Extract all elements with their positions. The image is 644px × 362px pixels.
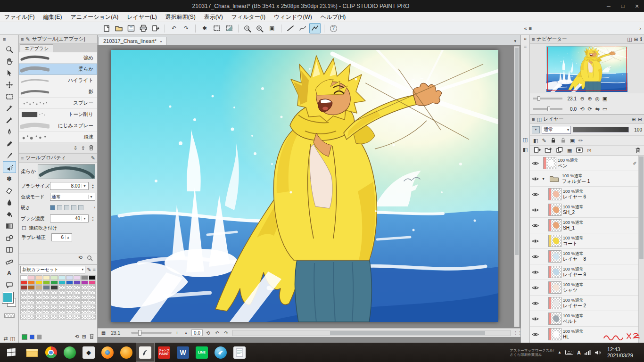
color-swatch-52[interactable]	[35, 300, 42, 305]
dock-panel-icon-1[interactable]: ◫	[523, 137, 528, 142]
start-button[interactable]	[0, 343, 23, 362]
color-swatch-30[interactable]	[20, 290, 27, 295]
canvas-area[interactable]	[98, 45, 520, 328]
toolbar-export-button[interactable]	[150, 23, 161, 33]
dock-menu-icon[interactable]: ≡	[524, 44, 527, 49]
tool-brush-icon[interactable]	[3, 149, 16, 161]
brush-density-input[interactable]: 40 ▾	[50, 214, 89, 222]
tool-operate-icon[interactable]	[3, 67, 16, 79]
color-swatch-14[interactable]	[50, 280, 58, 285]
brush-size-dropdown-icon[interactable]: ▾	[82, 184, 87, 188]
tool-ruler-icon[interactable]	[3, 255, 16, 267]
taskbar-app-word[interactable]: W	[173, 343, 192, 362]
color-swatch-48[interactable]	[81, 295, 88, 300]
apply-mask-icon[interactable]: ⊡	[587, 148, 591, 154]
color-swatch-27[interactable]	[74, 285, 81, 290]
stabilization-spinner-icon[interactable]: ▴	[65, 235, 71, 239]
folder-expander-icon[interactable]: ▾	[541, 177, 546, 181]
subtool-row-1[interactable]: 柔らか	[19, 64, 97, 75]
layer-row-ペン[interactable]: 100 %通常ペン✐	[530, 156, 638, 171]
navigator-rotation-slider[interactable]	[533, 108, 562, 110]
color-swatch-71[interactable]	[28, 310, 35, 315]
color-swatch-45[interactable]	[58, 295, 66, 300]
toolbar-overflow-icon[interactable]: ›	[639, 25, 641, 31]
recent-color-1[interactable]	[22, 334, 27, 340]
menu-item-0[interactable]: ファイル(F)	[0, 12, 39, 22]
dock-panel-icon-2[interactable]: ◧	[523, 147, 528, 152]
menu-item-7[interactable]: ウィンドウ(W)	[270, 12, 316, 22]
color-swatch-37[interactable]	[74, 290, 81, 295]
toolbar-busy-button[interactable]: ✱	[199, 23, 210, 33]
redo-button[interactable]: ↷	[223, 330, 230, 336]
tool-fill-icon[interactable]	[3, 208, 16, 220]
toolbar-save-button[interactable]	[125, 23, 137, 33]
panel-dock-menu-icon[interactable]: ≡	[529, 26, 532, 31]
color-swatch-13[interactable]	[43, 280, 50, 285]
toolbar-zoom-out-button[interactable]	[242, 23, 253, 33]
subtool-row-0[interactable]: 強め	[19, 52, 97, 64]
visibility-eye-icon[interactable]	[531, 207, 539, 213]
taskbar-app-file-explorer[interactable]	[23, 343, 41, 362]
taskbar-app-clip-studio-paint[interactable]	[136, 343, 155, 362]
color-swatch-80[interactable]	[20, 315, 27, 320]
swap-colors-icon[interactable]: ⇄	[3, 336, 8, 341]
visibility-eye-icon[interactable]	[531, 270, 539, 275]
visibility-eye-icon[interactable]	[531, 316, 539, 321]
horizontal-scrollbar[interactable]	[232, 330, 511, 336]
layer-row-レイヤー 2[interactable]: 100 %通常レイヤー 2	[530, 296, 638, 311]
color-swatch-73[interactable]	[43, 310, 50, 315]
draft-layer-icon[interactable]: ✏	[578, 138, 583, 144]
color-swatch-69[interactable]	[89, 305, 96, 310]
color-swatch-19[interactable]	[89, 280, 96, 285]
color-swatch-17[interactable]	[74, 280, 81, 285]
visibility-eye-icon[interactable]	[531, 176, 539, 181]
layer-list-scrollbar[interactable]	[638, 156, 644, 343]
layer-thumbnail[interactable]	[548, 266, 561, 278]
color-swatch-38[interactable]	[81, 290, 88, 295]
tool-gradient-icon[interactable]	[3, 220, 16, 232]
close-button[interactable]: ✕	[630, 0, 644, 12]
tool-hand-icon[interactable]	[3, 55, 16, 67]
layer-opacity-slider[interactable]	[573, 127, 629, 132]
tool-eraser-icon[interactable]	[3, 185, 16, 197]
canvas-illustration[interactable]	[111, 50, 498, 322]
toolbar-deselect-button[interactable]	[211, 23, 223, 33]
layer-thumbnail[interactable]	[548, 328, 561, 340]
tool-property-edit-icon[interactable]: ✎	[91, 156, 95, 161]
color-swatch-47[interactable]	[74, 295, 81, 300]
navigator-preview[interactable]	[530, 44, 644, 93]
color-swatch-0[interactable]	[20, 275, 27, 280]
color-swatch-65[interactable]	[58, 305, 66, 310]
vertical-scrollbar-thumb[interactable]	[515, 48, 519, 255]
canvas-zoom-in-button[interactable]: +	[173, 330, 181, 336]
canvas-zoom-out-button[interactable]: −	[122, 330, 129, 336]
toolbar-polyline-button[interactable]	[309, 23, 321, 33]
color-swatch-49[interactable]	[89, 295, 96, 300]
color-swatch-79[interactable]	[89, 310, 96, 315]
touch-keyboard-icon[interactable]	[565, 350, 573, 355]
new-raster-layer-icon[interactable]	[533, 147, 541, 154]
navigator-zoom-in-circle-button[interactable]: ⊕	[586, 96, 594, 102]
import-subtool-icon[interactable]: ⇩	[74, 146, 78, 151]
color-swatch-82[interactable]	[35, 315, 42, 320]
taskbar-app-firefox[interactable]	[98, 343, 117, 362]
color-swatch-56[interactable]	[66, 300, 73, 305]
color-swatch-53[interactable]	[43, 300, 50, 305]
tool-decoration-icon[interactable]: ✽	[3, 173, 16, 185]
color-swatch-46[interactable]	[66, 295, 73, 300]
layer-thumbnail[interactable]	[543, 157, 556, 169]
color-swatch-28[interactable]	[81, 285, 88, 290]
color-swatch-67[interactable]	[74, 305, 81, 310]
toolbar-fit-screen-button[interactable]: ▣	[266, 23, 278, 33]
color-swatch-11[interactable]	[28, 280, 35, 285]
navigator-menu-icon[interactable]: ≡	[532, 37, 535, 42]
tool-palette-menu-icon[interactable]: ≡	[3, 37, 6, 42]
menu-item-3[interactable]: レイヤー(L)	[123, 12, 161, 22]
layer-thumbnail[interactable]	[548, 204, 561, 216]
color-set-select[interactable]: 新規カラーセット ▾	[20, 266, 85, 273]
layer-color-chip[interactable]: ▾	[532, 126, 540, 133]
color-swatch-3[interactable]	[43, 275, 50, 280]
color-swatch-15[interactable]	[58, 280, 66, 285]
status-resize-grip[interactable]: ⋮⋮	[513, 330, 518, 335]
brush-density-dropdown-icon[interactable]: ▾	[82, 216, 87, 221]
